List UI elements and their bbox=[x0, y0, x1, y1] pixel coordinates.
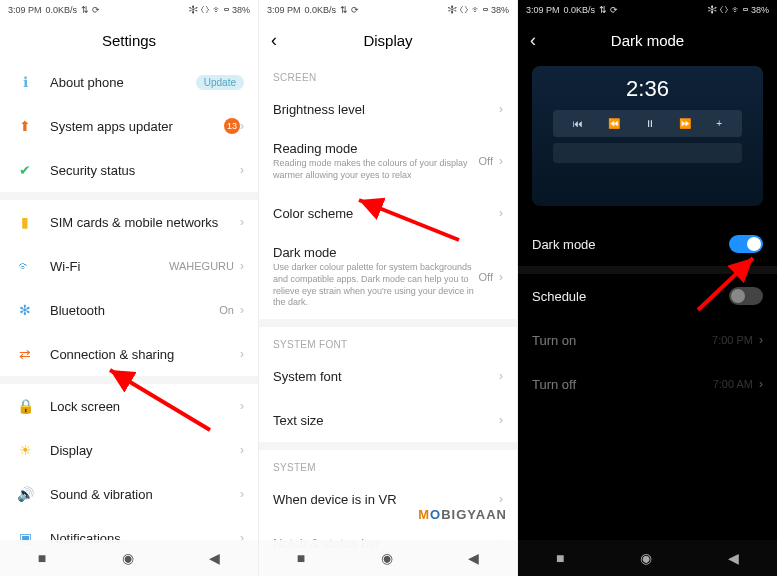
row-dark-mode[interactable]: Dark mode Use darker colour palette for … bbox=[259, 235, 517, 319]
chevron-right-icon: › bbox=[240, 259, 244, 273]
row-color-scheme[interactable]: Color scheme › bbox=[259, 191, 517, 235]
chevron-right-icon: › bbox=[499, 492, 503, 506]
page-title: Settings bbox=[102, 32, 156, 49]
recents-button[interactable]: ■ bbox=[297, 550, 305, 566]
row-text-size[interactable]: Text size › bbox=[259, 398, 517, 442]
section-system: SYSTEM bbox=[259, 450, 517, 477]
row-turn-off[interactable]: Turn off 7:00 AM › bbox=[518, 362, 777, 406]
count-badge: 13 bbox=[224, 118, 240, 134]
titlebar: ‹ Dark mode bbox=[518, 20, 777, 60]
update-pill[interactable]: Update bbox=[196, 75, 244, 90]
row-lock-screen[interactable]: 🔒 Lock screen › bbox=[0, 384, 258, 428]
wifi-icon: ᯤ bbox=[14, 255, 36, 277]
row-display[interactable]: ☀ Display › bbox=[0, 428, 258, 472]
pause-icon: ⏸ bbox=[645, 118, 655, 129]
statusbar: 3:09 PM0.0KB/s⇅ ⟳ ✻ ⟨⟩ ᯤ ▭ 38% bbox=[259, 0, 517, 20]
row-label: About phone bbox=[50, 75, 196, 90]
back-button[interactable]: ◀ bbox=[728, 550, 739, 566]
dark-mode-panel: 3:09 PM0.0KB/s⇅ ⟳ ✻ ⟨⟩ ᯤ ▭ 38% ‹ Dark mo… bbox=[518, 0, 777, 576]
chevron-right-icon: › bbox=[240, 399, 244, 413]
chevron-right-icon: › bbox=[499, 270, 503, 284]
dark-mode-preview: 2:36 ⏮ ⏪ ⏸ ⏩ + bbox=[532, 66, 763, 206]
bluetooth-icon: ✻ bbox=[14, 299, 36, 321]
titlebar: ‹ Display bbox=[259, 20, 517, 60]
divider bbox=[0, 376, 258, 384]
home-button[interactable]: ◉ bbox=[640, 550, 652, 566]
chevron-right-icon: › bbox=[499, 154, 503, 168]
divider bbox=[259, 319, 517, 327]
preview-media-controls: ⏮ ⏪ ⏸ ⏩ + bbox=[553, 110, 743, 137]
shield-icon: ✔ bbox=[14, 159, 36, 181]
row-system-apps-updater[interactable]: ⬆ System apps updater 13 › bbox=[0, 104, 258, 148]
section-screen: SCREEN bbox=[259, 60, 517, 87]
home-button[interactable]: ◉ bbox=[122, 550, 134, 566]
home-button[interactable]: ◉ bbox=[381, 550, 393, 566]
back-icon[interactable]: ‹ bbox=[271, 30, 277, 51]
preview-clock: 2:36 bbox=[626, 76, 669, 102]
row-bluetooth[interactable]: ✻ Bluetooth On › bbox=[0, 288, 258, 332]
chevron-right-icon: › bbox=[759, 377, 763, 391]
row-sim-cards[interactable]: ▮ SIM cards & mobile networks › bbox=[0, 200, 258, 244]
titlebar: Settings bbox=[0, 20, 258, 60]
preview-notification bbox=[553, 143, 743, 163]
section-font: SYSTEM FONT bbox=[259, 327, 517, 354]
row-about-phone[interactable]: ℹ About phone Update bbox=[0, 60, 258, 104]
recents-button[interactable]: ■ bbox=[556, 550, 564, 566]
chevron-right-icon: › bbox=[240, 215, 244, 229]
wifi-ssid: WAHEGURU bbox=[169, 260, 234, 272]
row-system-font[interactable]: System font › bbox=[259, 354, 517, 398]
chevron-right-icon: › bbox=[240, 443, 244, 457]
settings-panel: 3:09 PM0.0KB/s⇅ ⟳ ✻ ⟨⟩ ᯤ ▭ 38% Settings … bbox=[0, 0, 259, 576]
prev-icon: ⏮ bbox=[573, 118, 583, 129]
row-security-status[interactable]: ✔ Security status › bbox=[0, 148, 258, 192]
chevron-right-icon: › bbox=[240, 347, 244, 361]
row-connection-sharing[interactable]: ⇄ Connection & sharing › bbox=[0, 332, 258, 376]
sim-icon: ▮ bbox=[14, 211, 36, 233]
info-icon: ℹ bbox=[14, 71, 36, 93]
chevron-right-icon: › bbox=[499, 369, 503, 383]
chevron-right-icon: › bbox=[499, 102, 503, 116]
divider bbox=[518, 266, 777, 274]
android-navbar: ■ ◉ ◀ bbox=[259, 540, 517, 576]
statusbar: 3:09 PM0.0KB/s⇅ ⟳ ✻ ⟨⟩ ᯤ ▭ 38% bbox=[0, 0, 258, 20]
rewind-icon: ⏪ bbox=[608, 118, 620, 129]
chevron-right-icon: › bbox=[499, 413, 503, 427]
page-title: Display bbox=[363, 32, 412, 49]
divider bbox=[259, 442, 517, 450]
android-navbar: ■ ◉ ◀ bbox=[518, 540, 777, 576]
row-turn-on[interactable]: Turn on 7:00 PM › bbox=[518, 318, 777, 362]
plus-icon: + bbox=[716, 118, 722, 129]
forward-icon: ⏩ bbox=[679, 118, 691, 129]
chevron-right-icon: › bbox=[240, 487, 244, 501]
back-button[interactable]: ◀ bbox=[468, 550, 479, 566]
row-wifi[interactable]: ᯤ Wi-Fi WAHEGURU › bbox=[0, 244, 258, 288]
chevron-right-icon: › bbox=[240, 119, 244, 133]
lock-icon: 🔒 bbox=[14, 395, 36, 417]
upload-icon: ⬆ bbox=[14, 115, 36, 137]
page-title: Dark mode bbox=[611, 32, 684, 49]
row-reading-mode[interactable]: Reading mode Reading mode makes the colo… bbox=[259, 131, 517, 191]
row-dark-mode-toggle[interactable]: Dark mode bbox=[518, 222, 777, 266]
speaker-icon: 🔊 bbox=[14, 483, 36, 505]
android-navbar: ■ ◉ ◀ bbox=[0, 540, 258, 576]
row-sound-vibration[interactable]: 🔊 Sound & vibration › bbox=[0, 472, 258, 516]
statusbar: 3:09 PM0.0KB/s⇅ ⟳ ✻ ⟨⟩ ᯤ ▭ 38% bbox=[518, 0, 777, 20]
recents-button[interactable]: ■ bbox=[38, 550, 46, 566]
row-schedule[interactable]: Schedule bbox=[518, 274, 777, 318]
row-brightness[interactable]: Brightness level › bbox=[259, 87, 517, 131]
dark-mode-switch[interactable] bbox=[729, 235, 763, 253]
schedule-switch[interactable] bbox=[729, 287, 763, 305]
chevron-right-icon: › bbox=[759, 333, 763, 347]
chevron-right-icon: › bbox=[240, 303, 244, 317]
share-icon: ⇄ bbox=[14, 343, 36, 365]
display-panel: 3:09 PM0.0KB/s⇅ ⟳ ✻ ⟨⟩ ᯤ ▭ 38% ‹ Display… bbox=[259, 0, 518, 576]
sun-icon: ☀ bbox=[14, 439, 36, 461]
back-icon[interactable]: ‹ bbox=[530, 30, 536, 51]
watermark: MOBIGYAAN bbox=[418, 507, 507, 522]
back-button[interactable]: ◀ bbox=[209, 550, 220, 566]
chevron-right-icon: › bbox=[499, 206, 503, 220]
chevron-right-icon: › bbox=[240, 163, 244, 177]
divider bbox=[0, 192, 258, 200]
